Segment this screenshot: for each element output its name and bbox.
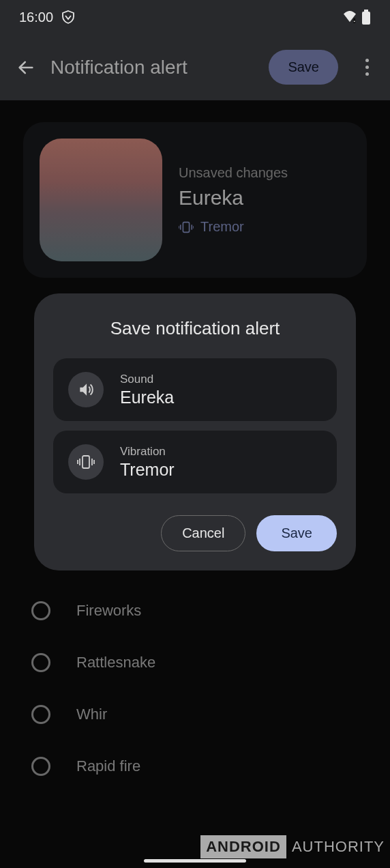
status-bar: 16:00	[0, 0, 390, 34]
svg-rect-3	[362, 12, 370, 25]
nav-handle[interactable]	[144, 859, 246, 863]
app-bar: Notification alert Save	[0, 34, 390, 100]
wifi-icon	[342, 11, 357, 23]
vibration-icon	[76, 454, 95, 469]
save-button[interactable]: Save	[269, 50, 338, 85]
svg-rect-9	[82, 456, 89, 468]
dialog-sound-value: Eureka	[120, 388, 174, 407]
dialog-title: Save notification alert	[53, 318, 337, 339]
battery-icon	[361, 10, 371, 25]
watermark: ANDROID AUTHORITY	[200, 835, 390, 858]
arrow-left-icon	[16, 58, 35, 77]
dot-icon	[365, 66, 369, 69]
back-button[interactable]	[14, 58, 38, 77]
dialog-sound-item[interactable]: Sound Eureka	[53, 358, 337, 421]
sound-icon	[77, 381, 95, 399]
watermark-brand1: ANDROID	[200, 835, 286, 858]
more-button[interactable]	[357, 59, 376, 76]
page-title: Notification alert	[50, 57, 256, 78]
cancel-button[interactable]: Cancel	[161, 515, 245, 551]
svg-rect-2	[364, 10, 368, 12]
dot-icon	[365, 72, 369, 76]
watermark-brand2: AUTHORITY	[286, 835, 390, 858]
svg-point-1	[354, 20, 355, 22]
dot-icon	[365, 59, 369, 62]
status-time: 16:00	[19, 10, 53, 25]
dialog-sound-label: Sound	[120, 373, 174, 386]
dialog-vibration-value: Tremor	[120, 460, 175, 480]
save-dialog: Save notification alert Sound Eureka	[34, 293, 356, 570]
dialog-vibration-item[interactable]: Vibration Tremor	[53, 431, 337, 493]
dialog-vibration-label: Vibration	[120, 445, 175, 459]
vpn-shield-icon	[60, 9, 76, 25]
dialog-save-button[interactable]: Save	[256, 515, 337, 551]
